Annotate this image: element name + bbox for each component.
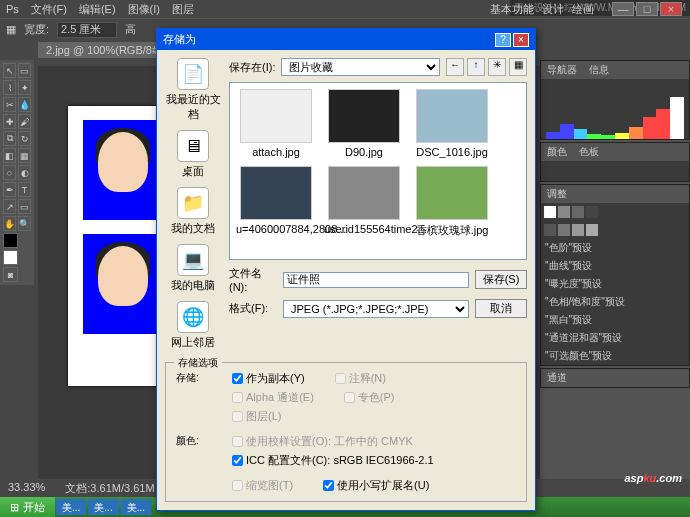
ws-basic[interactable]: 基本功能 bbox=[490, 2, 534, 17]
thumbnail-checkbox: 缩览图(T) bbox=[232, 478, 293, 493]
dialog-help-button[interactable]: ? bbox=[495, 33, 511, 47]
ws-paint[interactable]: 绘画 bbox=[572, 2, 594, 17]
preset-hue[interactable]: "色相/饱和度"预设 bbox=[541, 293, 689, 311]
cancel-button[interactable]: 取消 bbox=[475, 299, 527, 318]
lasso-tool[interactable]: ⌇ bbox=[3, 80, 16, 95]
network-icon: 🌐 bbox=[177, 301, 209, 333]
place-computer[interactable]: 💻我的电脑 bbox=[171, 244, 215, 293]
preset-list: "色阶"预设 "曲线"预设 "曝光度"预设 "色相/饱和度"预设 "黑白"预设 … bbox=[541, 239, 689, 365]
place-documents[interactable]: 📁我的文档 bbox=[171, 187, 215, 236]
notes-checkbox: 注释(N) bbox=[335, 371, 386, 386]
task-item-3[interactable]: 美... bbox=[121, 499, 151, 515]
preset-bw[interactable]: "黑白"预设 bbox=[541, 311, 689, 329]
window-close[interactable]: × bbox=[660, 2, 682, 16]
start-button[interactable]: ⊞开始 bbox=[0, 497, 55, 517]
channels-tab[interactable]: 通道 bbox=[541, 369, 573, 387]
file-thumb[interactable]: u=4060007884,2808... bbox=[236, 166, 316, 238]
save-button[interactable]: 保存(S) bbox=[475, 270, 527, 289]
adj-levels-icon[interactable] bbox=[558, 206, 570, 218]
format-label: 格式(F): bbox=[229, 301, 277, 316]
path-tool[interactable]: ↗ bbox=[3, 199, 16, 214]
quickmask-tool[interactable]: ◙ bbox=[3, 267, 18, 282]
dialog-titlebar[interactable]: 存储为 ? × bbox=[157, 29, 535, 50]
file-thumb[interactable]: 香槟玫瑰球.jpg bbox=[412, 166, 492, 238]
preset-exposure[interactable]: "曝光度"预设 bbox=[541, 275, 689, 293]
color-label: 颜色: bbox=[176, 434, 199, 448]
adj-bc-icon[interactable] bbox=[544, 206, 556, 218]
eyedrop-tool[interactable]: 💧 bbox=[18, 97, 31, 112]
adj-vib-icon[interactable] bbox=[544, 224, 556, 236]
view-icon[interactable]: ▦ bbox=[509, 58, 527, 76]
menu-edit[interactable]: 编辑(E) bbox=[79, 2, 116, 17]
place-network[interactable]: 🌐网上邻居 bbox=[171, 301, 215, 350]
adjustments-tab[interactable]: 调整 bbox=[541, 185, 573, 203]
menu-file[interactable]: 文件(F) bbox=[31, 2, 67, 17]
dodge-tool[interactable]: ◐ bbox=[18, 165, 31, 180]
menu-layer[interactable]: 图层 bbox=[172, 2, 194, 17]
hand-tool[interactable]: ✋ bbox=[3, 216, 16, 231]
stamp-tool[interactable]: ⧉ bbox=[3, 131, 16, 146]
id-photo-1 bbox=[83, 120, 163, 220]
file-thumb[interactable]: DSC_1016.jpg bbox=[412, 89, 492, 158]
documents-icon: 📁 bbox=[177, 187, 209, 219]
alpha-checkbox: Alpha 通道(E) bbox=[232, 390, 314, 405]
bg-color[interactable] bbox=[3, 250, 18, 265]
heal-tool[interactable]: ✚ bbox=[3, 114, 16, 129]
file-browser[interactable]: attach.jpg D90.jpg DSC_1016.jpg u=406000… bbox=[229, 82, 527, 260]
folder-select[interactable]: 图片收藏 bbox=[281, 58, 440, 76]
adj-curves-icon[interactable] bbox=[572, 206, 584, 218]
swatches-tab[interactable]: 色板 bbox=[573, 143, 605, 161]
place-recent[interactable]: 📄我最近的文档 bbox=[165, 58, 221, 122]
up-icon[interactable]: ↑ bbox=[467, 58, 485, 76]
menu-image[interactable]: 图像(I) bbox=[128, 2, 160, 17]
navigator-tab[interactable]: 导航器 bbox=[541, 61, 583, 79]
newfolder-icon[interactable]: ✳ bbox=[488, 58, 506, 76]
shape-tool[interactable]: ▭ bbox=[18, 199, 31, 214]
dialog-close-button[interactable]: × bbox=[513, 33, 529, 47]
back-icon[interactable]: ← bbox=[446, 58, 464, 76]
zoom-tool[interactable]: 🔍 bbox=[18, 216, 31, 231]
marquee-tool[interactable]: ▭ bbox=[18, 63, 31, 78]
file-thumb[interactable]: userid155564time2... bbox=[324, 166, 404, 238]
adj-photo-icon[interactable] bbox=[586, 224, 598, 236]
task-item-2[interactable]: 美... bbox=[88, 499, 118, 515]
place-desktop[interactable]: 🖥桌面 bbox=[177, 130, 209, 179]
wand-tool[interactable]: ✦ bbox=[18, 80, 31, 95]
preset-selective[interactable]: "可选颜色"预设 bbox=[541, 347, 689, 365]
type-tool[interactable]: T bbox=[18, 182, 31, 197]
width-input[interactable] bbox=[57, 22, 117, 38]
ws-design[interactable]: 设计 bbox=[542, 2, 564, 17]
eraser-tool[interactable]: ◧ bbox=[3, 148, 16, 163]
move-tool[interactable]: ↖ bbox=[3, 63, 16, 78]
history-tool[interactable]: ↻ bbox=[18, 131, 31, 146]
preset-curves[interactable]: "曲线"预设 bbox=[541, 257, 689, 275]
color-tab[interactable]: 颜色 bbox=[541, 143, 573, 161]
gradient-tool[interactable]: ▦ bbox=[18, 148, 31, 163]
blur-tool[interactable]: ○ bbox=[3, 165, 16, 180]
info-tab[interactable]: 信息 bbox=[583, 61, 615, 79]
crop-tool-icon[interactable]: ▦ bbox=[6, 23, 16, 36]
adj-exposure-icon[interactable] bbox=[586, 206, 598, 218]
window-minimize[interactable]: — bbox=[612, 2, 634, 16]
options-legend: 存储选项 bbox=[174, 356, 222, 370]
file-thumb[interactable]: D90.jpg bbox=[324, 89, 404, 158]
as-copy-checkbox[interactable]: 作为副本(Y) bbox=[232, 371, 305, 386]
file-thumb[interactable]: attach.jpg bbox=[236, 89, 316, 158]
adj-bw-icon[interactable] bbox=[572, 224, 584, 236]
fg-color[interactable] bbox=[3, 233, 18, 248]
toolbox: ↖▭ ⌇✦ ✂💧 ✚🖌 ⧉↻ ◧▦ ○◐ ✒T ↗▭ ✋🔍 ◙ bbox=[0, 60, 34, 285]
save-options: 存储选项 存储: 作为副本(Y) 注释(N) Alpha 通道(E) 专色(P)… bbox=[165, 362, 527, 502]
brush-tool[interactable]: 🖌 bbox=[18, 114, 31, 129]
task-item-1[interactable]: 美... bbox=[56, 499, 86, 515]
zoom-level[interactable]: 33.33% bbox=[8, 481, 45, 495]
icc-checkbox[interactable]: ICC 配置文件(C): sRGB IEC61966-2.1 bbox=[232, 453, 434, 468]
format-select[interactable]: JPEG (*.JPG;*.JPEG;*.JPE) bbox=[283, 300, 469, 318]
adj-hue-icon[interactable] bbox=[558, 224, 570, 236]
lowercase-ext-checkbox[interactable]: 使用小写扩展名(U) bbox=[323, 478, 429, 493]
window-maximize[interactable]: □ bbox=[636, 2, 658, 16]
crop-tool[interactable]: ✂ bbox=[3, 97, 16, 112]
preset-levels[interactable]: "色阶"预设 bbox=[541, 239, 689, 257]
pen-tool[interactable]: ✒ bbox=[3, 182, 16, 197]
preset-channel[interactable]: "通道混和器"预设 bbox=[541, 329, 689, 347]
filename-input[interactable] bbox=[283, 272, 469, 288]
